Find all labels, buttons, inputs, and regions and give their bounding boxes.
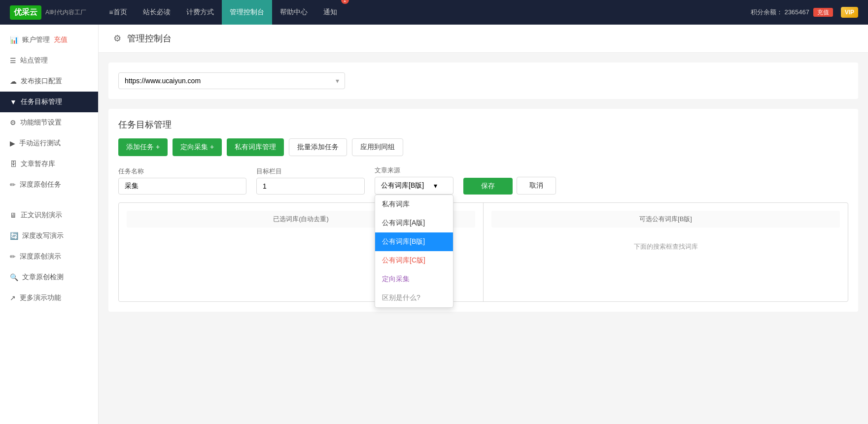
source-option-public-b[interactable]: 公有词库[B版]	[375, 232, 453, 251]
source-selected-value: 公有词库[B版]	[381, 181, 424, 190]
source-select-container: 公有词库[B版] ▾ 私有词库 公有词库[A版] 公有词库[B版] 公有词库[C…	[375, 177, 453, 195]
source-select-button[interactable]: 公有词库[B版] ▾	[375, 177, 453, 195]
filter-icon: ▼	[10, 98, 17, 106]
task-panel: 任务目标管理 添加任务 + 定向采集 + 私有词库管理 批量添加任务 应用到同组…	[108, 109, 858, 312]
action-buttons: 添加任务 + 定向采集 + 私有词库管理 批量添加任务 应用到同组	[118, 138, 848, 156]
sidebar-item-ocr[interactable]: 🖥 正文识别演示	[0, 205, 98, 226]
play-icon: ▶	[10, 139, 15, 147]
task-name-input[interactable]	[118, 178, 246, 195]
chart-icon: 📊	[10, 36, 18, 44]
task-name-label: 任务名称	[118, 167, 246, 176]
target-column-input[interactable]	[256, 178, 365, 195]
page-header: ⚙ 管理控制台	[99, 25, 868, 53]
nav-pricing[interactable]: 计费方式	[178, 0, 222, 25]
search-icon: 🔍	[10, 273, 18, 281]
monitor-icon: 🖥	[10, 211, 17, 219]
add-task-button[interactable]: 添加任务 +	[118, 138, 168, 156]
page-title: 管理控制台	[127, 33, 172, 44]
source-chevron-icon: ▾	[434, 182, 437, 190]
url-selector[interactable]: https://www.ucaiyun.com	[118, 72, 345, 89]
sidebar-item-more[interactable]: ↗ 更多演示功能	[0, 288, 98, 308]
source-group: 文章来源 公有词库[B版] ▾ 私有词库 公有词库[A版] 公有词库[B版] 公…	[375, 166, 453, 195]
cancel-button[interactable]: 取消	[517, 177, 556, 195]
sidebar-item-publish[interactable]: ☁ 发布接口配置	[0, 71, 98, 92]
url-selector-panel: https://www.ucaiyun.com ▾	[108, 63, 858, 99]
refresh-icon: 🔄	[10, 232, 18, 240]
nav-items: ≡ 首页 站长必读 计费方式 管理控制台 帮助中心 通知 1	[101, 0, 750, 25]
source-option-directed[interactable]: 定向采集	[375, 270, 453, 289]
section-title: 任务目标管理	[118, 119, 848, 130]
target-column-group: 目标栏目	[256, 167, 365, 195]
sidebar-item-deep[interactable]: ✏ 深度原创任务	[0, 174, 98, 195]
logo-area: 优采云 AI时代内容工厂	[10, 5, 86, 20]
gear-icon: ⚙	[10, 119, 16, 127]
logo-subtitle: AI时代内容工厂	[45, 8, 86, 17]
points-area: 积分余额： 2365467 充值	[751, 8, 833, 17]
settings-icon: ⚙	[113, 33, 121, 44]
sidebar-item-account[interactable]: 📊 账户管理 充值	[0, 30, 98, 50]
batch-add-button[interactable]: 批量添加任务	[289, 138, 347, 156]
main-layout: 📊 账户管理 充值 ☰ 站点管理 ☁ 发布接口配置 ▼ 任务目标管理 ⚙ 功能细…	[0, 25, 868, 424]
save-button[interactable]: 保存	[463, 178, 513, 195]
nav-notification[interactable]: 通知 1	[315, 0, 345, 25]
url-selector-container: https://www.ucaiyun.com ▾	[118, 72, 345, 89]
word-library-panels: 已选词库(自动去重) 可选公有词库[B版] 下面的搜索框查找词库	[118, 202, 848, 302]
topnav: 优采云 AI时代内容工厂 ≡ 首页 站长必读 计费方式 管理控制台 帮助中心 通…	[0, 0, 868, 25]
home-icon: ≡	[109, 8, 113, 16]
task-form-row: 任务名称 目标栏目 文章来源 公有词库[B版] ▾	[118, 166, 848, 195]
search-hint: 下面的搜索框查找词库	[491, 232, 840, 261]
sidebar-item-detect[interactable]: 🔍 文章原创检测	[0, 267, 98, 288]
logo-icon: 优采云	[10, 5, 41, 20]
sidebar-item-manual[interactable]: ▶ 手动运行测试	[0, 133, 98, 154]
edit-icon: ✏	[10, 181, 16, 189]
notification-badge: 1	[341, 0, 349, 4]
directed-collect-button[interactable]: 定向采集 +	[173, 138, 222, 156]
cloud-icon: ☁	[10, 77, 17, 85]
sidebar: 📊 账户管理 充值 ☰ 站点管理 ☁ 发布接口配置 ▼ 任务目标管理 ⚙ 功能细…	[0, 25, 99, 424]
sidebar-item-sites[interactable]: ☰ 站点管理	[0, 50, 98, 71]
content-area: ⚙ 管理控制台 https://www.ucaiyun.com ▾ 任务目标管理…	[99, 25, 868, 424]
storage-icon: 🗄	[10, 160, 17, 168]
nav-dashboard[interactable]: 管理控制台	[222, 0, 272, 25]
pencil-icon: ✏	[10, 253, 16, 261]
points-value: 2365467	[784, 8, 809, 16]
available-library-header: 可选公有词库[B版]	[491, 211, 840, 228]
private-library-button[interactable]: 私有词库管理	[227, 138, 284, 156]
source-dropdown: 私有词库 公有词库[A版] 公有词库[B版] 公有词库[C版] 定向采集 区别是…	[375, 195, 453, 308]
sidebar-recharge-link[interactable]: 充值	[54, 35, 68, 44]
nav-home[interactable]: ≡ 首页	[101, 0, 135, 25]
sidebar-item-original[interactable]: ✏ 深度原创演示	[0, 246, 98, 267]
nav-right: 积分余额： 2365467 充值 VIP	[751, 7, 858, 18]
arrow-icon: ↗	[10, 294, 16, 302]
apply-group-button[interactable]: 应用到同组	[352, 138, 403, 156]
source-option-public-c[interactable]: 公有词库[C版]	[375, 251, 453, 270]
available-library-panel: 可选公有词库[B版] 下面的搜索框查找词库	[484, 203, 848, 301]
list-icon: ☰	[10, 57, 16, 65]
save-cancel-group: 保存 取消	[463, 177, 556, 195]
source-option-public-a[interactable]: 公有词库[A版]	[375, 214, 453, 232]
sidebar-item-drafts[interactable]: 🗄 文章暂存库	[0, 154, 98, 174]
source-label: 文章来源	[375, 166, 453, 175]
source-option-diff[interactable]: 区别是什么?	[375, 289, 453, 307]
vip-badge[interactable]: VIP	[841, 7, 858, 18]
task-name-group: 任务名称	[118, 167, 246, 195]
nav-help[interactable]: 帮助中心	[272, 0, 315, 25]
sidebar-item-rewrite[interactable]: 🔄 深度改写演示	[0, 226, 98, 246]
target-column-label: 目标栏目	[256, 167, 365, 176]
sidebar-item-features[interactable]: ⚙ 功能细节设置	[0, 112, 98, 133]
sidebar-item-task[interactable]: ▼ 任务目标管理	[0, 92, 98, 112]
recharge-btn[interactable]: 充值	[813, 8, 833, 17]
nav-webmaster[interactable]: 站长必读	[135, 0, 178, 25]
source-option-private[interactable]: 私有词库	[375, 195, 453, 214]
